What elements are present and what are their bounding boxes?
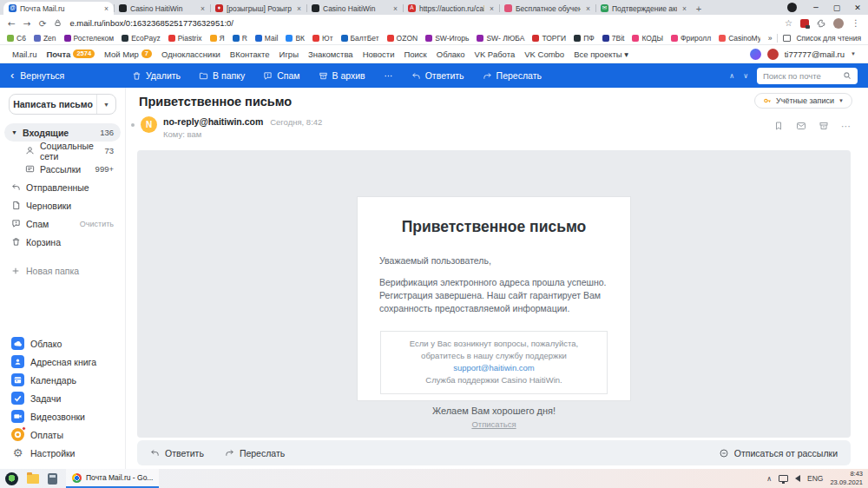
bookmark-item[interactable]: Piastrix (168, 34, 202, 43)
tray-expand-icon[interactable]: ∧ (766, 475, 772, 483)
calculator-icon[interactable] (48, 473, 57, 485)
minimize-button[interactable]: ─ (806, 0, 826, 15)
prev-message-icon[interactable]: ∧ (729, 72, 734, 80)
bookmark-item[interactable]: КОДЫ (632, 34, 663, 43)
back-icon[interactable]: ← (8, 18, 16, 29)
bookmark-item[interactable]: OZON (387, 34, 418, 43)
sidebar-folder-inbox[interactable]: ▼Входящие136 (4, 123, 121, 142)
unsubscribe-button[interactable]: Отписаться от рассылки (719, 448, 838, 458)
sidebar-folder-item[interactable]: Черновики (4, 196, 121, 214)
sidebar-folder-item[interactable]: Корзина (4, 233, 121, 251)
archive-icon[interactable] (819, 121, 829, 131)
tab-close-icon[interactable]: × (391, 4, 398, 13)
bookmark-item[interactable]: ВК (286, 34, 305, 43)
tab-close-icon[interactable]: × (488, 4, 494, 13)
sidebar-folder-item[interactable]: Социальные сети73 (4, 142, 121, 160)
portal-nav-item[interactable]: Mail.ru (12, 49, 37, 59)
tab-close-icon[interactable]: × (584, 4, 590, 13)
more-icon[interactable]: ⋯ (841, 122, 851, 131)
sidebar-folder-item[interactable]: СпамОчистить (4, 214, 121, 233)
close-button[interactable]: ✕ (847, 0, 868, 15)
new-folder-button[interactable]: Новая папка (4, 262, 121, 280)
archive-action-button[interactable]: В архив (319, 70, 365, 81)
chrome-task-button[interactable]: Почта Mail.ru - Go... (66, 469, 159, 488)
bookmark-item[interactable]: БалтБет (341, 34, 379, 43)
sidebar-app-item[interactable]: Адресная книга (4, 353, 121, 371)
browser-menu-icon[interactable]: ⋮ (852, 18, 860, 28)
bookmark-item[interactable]: CasinoMy (719, 34, 760, 43)
bookmark-star-icon[interactable]: ☆ (785, 18, 792, 28)
new-tab-button[interactable]: + (692, 2, 706, 15)
account-avatar[interactable] (767, 49, 779, 60)
portal-nav-item[interactable]: Новости (363, 49, 395, 59)
account-email[interactable]: ti77777@mail.ru (785, 49, 845, 59)
portal-nav-item[interactable]: Облако (437, 49, 465, 59)
taskbar-clock[interactable]: 8:43 23.09.2021 (830, 470, 863, 487)
volume-icon[interactable] (795, 475, 800, 482)
tab-close-icon[interactable]: × (102, 4, 108, 13)
bookmarks-overflow-icon[interactable]: » (768, 34, 773, 43)
browser-tab[interactable]: ✉Подтверждение аккаунта× (595, 2, 692, 15)
forward-action-button[interactable]: Переслать (483, 70, 542, 81)
browser-tab[interactable]: Ahttps://auction.ru/cabinet/listin...× (403, 2, 499, 15)
sidebar-app-item[interactable]: Календарь (4, 371, 121, 389)
network-icon[interactable] (779, 475, 788, 482)
sender-email[interactable]: no-reply@haitiwin.com (163, 116, 263, 127)
browser-avatar[interactable] (833, 18, 844, 29)
bookmark-item[interactable]: ТОРГИ (532, 34, 566, 43)
portal-nav-item[interactable]: ВКонтакте (230, 49, 270, 59)
file-explorer-icon[interactable] (27, 474, 39, 484)
bookmark-item[interactable]: EcoPayz (122, 34, 161, 43)
bookmark-item[interactable]: ПФ (574, 34, 595, 43)
trash-action-button[interactable]: Удалить (132, 70, 181, 81)
tab-close-icon[interactable]: × (295, 4, 301, 13)
browser-tab[interactable]: @Почта Mail.ru× (3, 2, 114, 15)
portal-nav-item[interactable]: Мой Мир7 (104, 49, 152, 59)
forward-icon[interactable]: → (23, 18, 31, 29)
extension-icon[interactable] (800, 19, 809, 28)
reply-action-button[interactable]: Ответить (411, 70, 464, 81)
browser-tab[interactable]: Casino HaitiWin× (114, 2, 210, 15)
sidebar-folder-item[interactable]: Рассылки999+ (4, 160, 121, 178)
bookmark-item[interactable]: SW- ЛЮБА (477, 34, 524, 43)
portal-nav-item[interactable]: Игры (279, 49, 299, 59)
bookmark-item[interactable]: Mail (255, 34, 279, 43)
portal-nav-item[interactable]: Знакомства (308, 49, 353, 59)
portal-apps-icon[interactable] (750, 49, 761, 60)
sidebar-app-item[interactable]: ⚙Настройки (4, 444, 121, 462)
unsubscribe-link[interactable]: Отписаться (471, 419, 516, 429)
compose-button[interactable]: Написать письмо ▼ (9, 94, 116, 115)
sidebar-app-item[interactable]: Облако (4, 334, 121, 353)
spam-action-button[interactable]: Спам (263, 70, 299, 81)
bookmark-item[interactable]: С6 (7, 34, 26, 43)
portal-nav-item[interactable]: VK Combo (524, 49, 564, 59)
bookmark-item[interactable]: Zen (34, 34, 56, 43)
portal-nav-item[interactable]: Все проекты ▾ (574, 49, 628, 59)
bookmark-item[interactable]: Фриролл (671, 34, 711, 43)
next-message-icon[interactable]: ∨ (743, 72, 748, 80)
maximize-button[interactable]: ▢ (826, 0, 847, 15)
bookmark-item[interactable]: Ростелеком (64, 34, 115, 43)
support-email-link[interactable]: support@haitiwin.com (453, 363, 535, 373)
reply-button[interactable]: Ответить (150, 448, 204, 458)
bookmark-item[interactable]: R (233, 34, 247, 43)
language-indicator[interactable]: ENG (807, 474, 823, 483)
bookmark-item[interactable]: Я (210, 34, 225, 43)
bookmark-icon[interactable] (773, 121, 784, 131)
portal-nav-item[interactable]: Одноклассники (161, 49, 220, 59)
sidebar-app-item[interactable]: Видеозвонки (4, 407, 121, 425)
folder-action-button[interactable]: В папку (199, 70, 245, 81)
url-text[interactable]: e.mail.ru/inbox/0:16323685251773632951:0… (69, 18, 777, 28)
portal-nav-item[interactable]: Почта2574 (47, 49, 95, 59)
browser-tab[interactable]: ♦[розыгрыш] Розыгрыш 5 пако...× (210, 2, 306, 15)
portal-nav-item[interactable]: Поиск (404, 49, 426, 59)
bookmark-item[interactable]: 7Bit (602, 34, 625, 43)
mail-search-input[interactable]: Поиск по почте (757, 68, 858, 84)
tab-close-icon[interactable]: × (681, 4, 687, 13)
envelope-icon[interactable] (796, 121, 806, 131)
extensions-puzzle-icon[interactable] (817, 19, 825, 28)
more-actions-button[interactable] (384, 71, 393, 81)
sidebar-app-item[interactable]: Задачи (4, 389, 121, 407)
bookmark-item[interactable]: SW-Игорь (425, 34, 469, 43)
sidebar-folder-item[interactable]: Отправленные (4, 178, 121, 196)
